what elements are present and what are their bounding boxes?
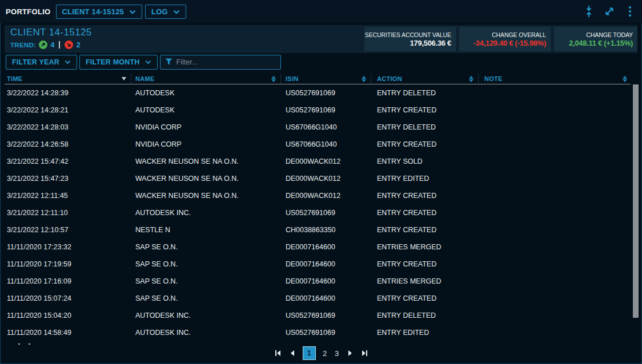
log-dropdown[interactable]: LOG	[145, 5, 186, 19]
table-row[interactable]: 3/22/2022 14:28:03 NVIDIA CORP US67066G1…	[5, 119, 631, 136]
last-page-button[interactable]	[360, 349, 368, 357]
kebab-menu-icon[interactable]	[624, 5, 636, 18]
filter-year-dropdown[interactable]: FILTER YEAR	[6, 55, 77, 70]
chevron-down-icon	[173, 7, 180, 16]
collapse-vertical-icon[interactable]	[583, 5, 595, 18]
cell-name: SAP SE O.N.	[131, 256, 281, 273]
client-dropdown-label: CLIENT 14-15125	[62, 7, 125, 16]
stats-row: SECURITIES ACCOUNT VALUE 179,506.36 € CH…	[364, 27, 637, 51]
cell-isin: US0527691069	[281, 204, 371, 221]
cell-isin: US0527691069	[281, 324, 371, 341]
cell-time: 3/22/2022 14:28:21	[5, 102, 131, 119]
stat-label: SECURITIES ACCOUNT VALUE	[365, 31, 451, 38]
cell-action: ENTRY CREATED	[371, 221, 479, 238]
table-row[interactable]: 11/11/2020 14:58:49 AUTODESK INC. US0527…	[5, 324, 631, 341]
cell-action: ENTRIES MERGED	[371, 273, 479, 290]
stat-label: CHANGE OVERALL	[492, 31, 546, 38]
cell-action: ENTRY DELETED	[371, 307, 479, 324]
cell-action: ENTRY EDITED	[371, 324, 479, 341]
cell-action: ENTRY SOLD	[371, 153, 479, 170]
cell-name: WACKER NEUSON SE NA O.N.	[131, 170, 281, 187]
filter-month-dropdown[interactable]: FILTER MONTH	[79, 55, 158, 70]
cell-action: ENTRY DELETED	[371, 119, 479, 136]
cell-action: ENTRY CREATED	[371, 136, 479, 153]
page-button-1[interactable]: 1	[303, 346, 316, 360]
table-header: TIME NAME ISIN ACTION NOTE	[5, 74, 631, 84]
filter-row: FILTER YEAR FILTER MONTH	[6, 55, 281, 70]
table-row[interactable]: 3/22/2022 14:28:21 AUTODESK US0527691069…	[5, 102, 631, 119]
column-header-action[interactable]: ACTION	[371, 74, 479, 84]
table-row[interactable]: 3/21/2022 15:47:23 WACKER NEUSON SE NA O…	[5, 170, 631, 187]
stat-label: CHANGE TODAY	[586, 31, 633, 38]
stat-change-today: CHANGE TODAY 2,048.11 € (+1.15%)	[554, 27, 637, 51]
column-label: ISIN	[286, 75, 299, 82]
cell-isin: US0527691069	[281, 84, 371, 102]
cell-isin: DE0007164600	[281, 273, 371, 290]
column-header-note[interactable]: NOTE	[479, 74, 631, 84]
cell-name: NVIDIA CORP	[131, 119, 281, 136]
cell-note	[479, 221, 631, 238]
stat-value: -34,129.40 € (-15.98%)	[474, 39, 546, 47]
cell-isin: DE000WACK012	[281, 170, 371, 187]
client-dropdown[interactable]: CLIENT 14-15125	[56, 5, 143, 19]
column-label: NOTE	[484, 75, 503, 82]
cell-isin: DE0007164600	[281, 290, 371, 307]
cell-isin: US67066G1040	[281, 119, 371, 136]
table-row[interactable]: 11/11/2020 17:16:09 SAP SE O.N. DE000716…	[5, 273, 631, 290]
cell-isin: DE000WACK012	[281, 187, 371, 204]
cell-name: WACKER NEUSON SE NA O.N.	[131, 153, 281, 170]
first-page-button[interactable]	[274, 349, 282, 357]
cell-note	[479, 290, 631, 307]
table-row[interactable]: 3/21/2022 12:10:57 NESTLE N CH0038863350…	[5, 221, 631, 238]
cell-name: SAP SE O.N.	[131, 273, 281, 290]
column-header-name[interactable]: NAME	[131, 74, 281, 84]
expand-diagonal-icon[interactable]	[603, 5, 616, 18]
cell-action: ENTRY DELETED	[371, 84, 479, 102]
table-row[interactable]: 3/22/2022 14:28:39 AUTODESK US0527691069…	[5, 84, 631, 102]
page-button-3[interactable]: 3	[334, 349, 340, 358]
cell-time: 11/11/2020 15:04:20	[5, 307, 131, 324]
table-row[interactable]: 3/22/2022 14:26:58 NVIDIA CORP US67066G1…	[5, 136, 631, 153]
cell-action: ENTRY CREATED	[371, 204, 479, 221]
column-header-time[interactable]: TIME	[5, 74, 131, 84]
table-row[interactable]: 11/11/2020 17:19:59 SAP SE O.N. DE000716…	[5, 256, 631, 273]
table-row[interactable]: 11/11/2020 17:23:32 SAP SE O.N. DE000716…	[5, 238, 631, 256]
cell-action: ENTRY CREATED	[371, 256, 479, 273]
page-button-2[interactable]: 2	[322, 349, 328, 358]
next-page-button[interactable]	[346, 349, 354, 357]
table-row[interactable]: 11/11/2020 15:07:24 SAP SE O.N. DE000716…	[5, 290, 631, 307]
cell-note	[479, 119, 631, 136]
clipped-next-row-artifact	[18, 343, 20, 345]
previous-page-button[interactable]	[288, 349, 296, 357]
table-row[interactable]: 3/21/2022 15:47:42 WACKER NEUSON SE NA O…	[5, 153, 631, 170]
cell-note	[479, 170, 631, 187]
column-label: NAME	[135, 75, 155, 82]
chevron-down-icon	[129, 7, 136, 16]
filter-funnel-icon	[165, 57, 172, 67]
cell-isin: DE0007164600	[281, 256, 371, 273]
cell-note	[479, 153, 631, 170]
table-row[interactable]: 11/11/2020 15:04:20 AUTODESK INC. US0527…	[5, 307, 631, 324]
table-row[interactable]: 3/21/2022 12:11:10 AUTODESK INC. US05276…	[5, 204, 631, 221]
column-header-isin[interactable]: ISIN	[281, 74, 371, 84]
cell-note	[479, 307, 631, 324]
page-title: CLIENT 14-15125	[10, 27, 92, 38]
filter-text-input[interactable]	[176, 58, 276, 66]
cell-isin: DE0007164600	[281, 238, 371, 256]
chevron-down-icon	[145, 58, 151, 66]
cell-time: 3/21/2022 12:11:10	[5, 204, 131, 221]
stat-value: 179,506.36 €	[410, 39, 451, 47]
trend-separator	[59, 41, 60, 48]
cell-action: ENTRY CREATED	[371, 102, 479, 119]
vertical-scrollbar-thumb[interactable]	[633, 84, 639, 318]
stat-securities-account-value: SECURITIES ACCOUNT VALUE 179,506.36 €	[364, 27, 456, 51]
cell-action: ENTRIES MERGED	[371, 238, 479, 256]
cell-time: 3/21/2022 12:11:45	[5, 187, 131, 204]
cell-action: ENTRY CREATED	[371, 290, 479, 307]
cell-time: 3/21/2022 15:47:42	[5, 153, 131, 170]
cell-name: WACKER NEUSON SE NA O.N.	[131, 187, 281, 204]
column-label: ACTION	[377, 75, 402, 82]
table-row[interactable]: 3/21/2022 12:11:45 WACKER NEUSON SE NA O…	[5, 187, 631, 204]
table-body: 3/22/2022 14:28:39 AUTODESK US0527691069…	[5, 84, 631, 342]
cell-note	[479, 204, 631, 221]
